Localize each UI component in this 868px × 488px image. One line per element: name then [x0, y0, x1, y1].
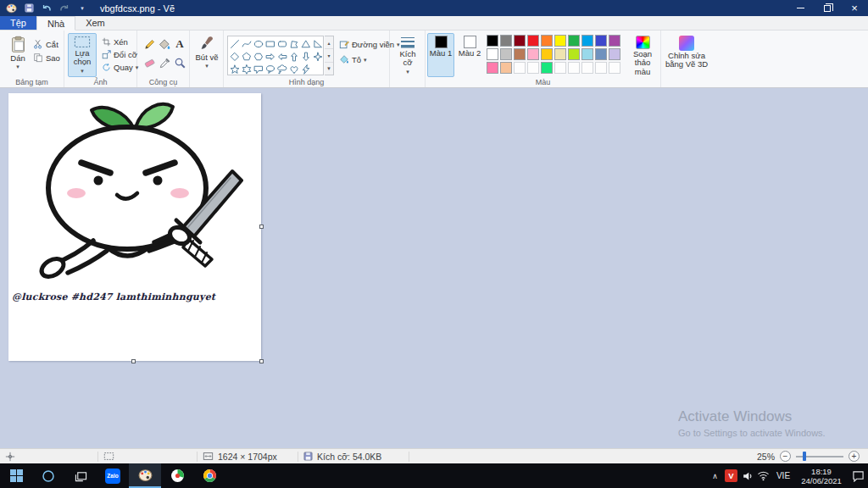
color-swatch-empty[interactable]: [609, 62, 620, 74]
shape-right-triangle[interactable]: [312, 37, 324, 50]
pencil-tool-button[interactable]: [142, 36, 157, 52]
shape-oval[interactable]: [253, 37, 264, 50]
color-swatch-00a2e8[interactable]: [581, 35, 593, 47]
color-swatch-22b14c[interactable]: [568, 35, 580, 47]
resize-button[interactable]: Đổi cỡ: [102, 48, 137, 60]
color-swatch-c8bfe7[interactable]: [609, 48, 620, 60]
eraser-tool-button[interactable]: [142, 55, 157, 70]
shapes-more-button[interactable]: ▼: [325, 63, 333, 75]
shape-lightning[interactable]: [300, 63, 312, 75]
color-swatch-empty[interactable]: [527, 62, 539, 74]
shape-callout-rectangle[interactable]: [253, 63, 264, 75]
color-swatch-ed1c24[interactable]: [527, 35, 539, 47]
shape-callout-oval[interactable]: [264, 63, 276, 75]
canvas-resize-handle-right[interactable]: [259, 225, 264, 229]
shape-arrow-up[interactable]: [288, 50, 300, 63]
shape-star-4[interactable]: [312, 50, 324, 63]
color-swatch-3f48cc[interactable]: [595, 35, 607, 47]
color-swatch-ffffff[interactable]: [487, 48, 498, 60]
shape-arrow-down[interactable]: [300, 50, 312, 63]
color-swatch-empty[interactable]: [581, 62, 593, 74]
color-swatch-f7c29a[interactable]: [500, 62, 512, 74]
redo-button[interactable]: [58, 3, 70, 14]
zoom-slider-thumb[interactable]: [803, 452, 806, 461]
magnifier-tool-button[interactable]: [172, 55, 187, 70]
taskbar-app-zalo[interactable]: Zalo: [97, 463, 129, 488]
shape-callout-cloud[interactable]: [276, 63, 288, 75]
color-swatch-ffaec9[interactable]: [527, 48, 539, 60]
task-view-button[interactable]: [64, 463, 97, 488]
cut-button[interactable]: Cắt: [33, 38, 58, 50]
shape-star-5[interactable]: [229, 63, 241, 75]
save-button[interactable]: [23, 3, 35, 14]
shapes-scroll-up-button[interactable]: ▴: [325, 36, 333, 49]
tray-clock[interactable]: 18:19 24/06/2021: [795, 463, 848, 488]
zoom-slider[interactable]: [796, 451, 843, 462]
tray-ime-unikey[interactable]: V: [723, 463, 739, 488]
color-swatch-empty[interactable]: [514, 62, 526, 74]
paint-canvas[interactable]: @luckrose #hd247 lamthiminhnguyet: [8, 93, 261, 361]
crop-button[interactable]: Xén: [102, 36, 128, 47]
color-swatch-empty[interactable]: [554, 62, 566, 74]
shape-line[interactable]: [229, 37, 241, 50]
color-swatch-efe4b0[interactable]: [554, 48, 566, 60]
rotate-button[interactable]: Quay ▾: [102, 61, 138, 73]
text-tool-button[interactable]: A: [172, 36, 187, 52]
color-swatch-empty[interactable]: [595, 62, 607, 74]
color-swatch-fff200[interactable]: [554, 35, 566, 47]
start-button[interactable]: [0, 463, 32, 488]
color-swatch-880015[interactable]: [514, 35, 526, 47]
tab-file[interactable]: Tệp: [0, 16, 36, 30]
color-swatch-99d9ea[interactable]: [581, 48, 593, 60]
shape-arrow-right[interactable]: [264, 50, 276, 63]
color-swatch-ff7bac[interactable]: [487, 62, 498, 74]
tab-view[interactable]: Xem: [75, 16, 115, 30]
color1-button[interactable]: Màu 1: [427, 33, 454, 77]
copy-button[interactable]: Sao: [33, 52, 60, 64]
color-swatch-b5e61d[interactable]: [568, 48, 580, 60]
color-swatch-7f7f7f[interactable]: [500, 35, 512, 47]
color-swatch-empty[interactable]: [568, 62, 580, 74]
zoom-out-button[interactable]: −: [780, 451, 791, 462]
select-button[interactable]: Lựa chọn ▾: [68, 33, 97, 77]
brushes-button[interactable]: Bút vẽ ▾: [192, 33, 221, 77]
tray-language[interactable]: VIE: [771, 463, 795, 488]
color-swatch-000000[interactable]: [487, 35, 498, 47]
shape-star-6[interactable]: [241, 63, 253, 75]
color-swatch-ff7f27[interactable]: [541, 35, 553, 47]
restore-button[interactable]: [814, 0, 841, 16]
color-swatch-19e67d[interactable]: [541, 62, 553, 74]
shape-rectangle[interactable]: [264, 37, 276, 50]
minimize-button[interactable]: [787, 0, 814, 16]
shape-rounded-rectangle[interactable]: [276, 37, 288, 50]
canvas-resize-handle-bottom[interactable]: [131, 359, 136, 363]
shape-fill-button[interactable]: Tô ▾: [339, 53, 367, 65]
edit-colors-button[interactable]: Soạn thảo màu: [626, 33, 659, 77]
color-swatch-a349a4[interactable]: [609, 35, 620, 47]
shapes-scroll-down-button[interactable]: ▾: [325, 49, 333, 62]
paste-button[interactable]: Dán ▾: [4, 33, 31, 77]
tab-home[interactable]: Nhà: [36, 16, 75, 30]
taskbar-app-chrome[interactable]: [193, 463, 225, 488]
shape-pentagon[interactable]: [241, 50, 253, 63]
shape-hexagon[interactable]: [253, 50, 264, 63]
taskbar-app-paint[interactable]: [129, 463, 161, 488]
undo-button[interactable]: [41, 3, 53, 14]
color-swatch-c3c3c3[interactable]: [500, 48, 512, 60]
zoom-in-button[interactable]: +: [849, 451, 860, 462]
color2-button[interactable]: Màu 2: [456, 33, 483, 77]
shape-curve[interactable]: [241, 37, 253, 50]
color-swatch-7092be[interactable]: [595, 48, 607, 60]
shape-heart[interactable]: [288, 63, 300, 75]
customize-qat-button[interactable]: ▾: [76, 3, 88, 14]
search-button[interactable]: [32, 463, 64, 488]
tray-volume[interactable]: [739, 463, 755, 488]
shape-diamond[interactable]: [229, 50, 241, 63]
canvas-resize-handle-corner[interactable]: [259, 359, 264, 363]
tray-chevron-up[interactable]: ∧: [707, 463, 723, 488]
action-center-button[interactable]: [848, 463, 868, 488]
color-swatch-ffc90e[interactable]: [541, 48, 553, 60]
size-button[interactable]: Kích cỡ ▾: [393, 33, 422, 77]
fill-tool-button[interactable]: [157, 36, 172, 52]
tray-network[interactable]: [755, 463, 771, 488]
